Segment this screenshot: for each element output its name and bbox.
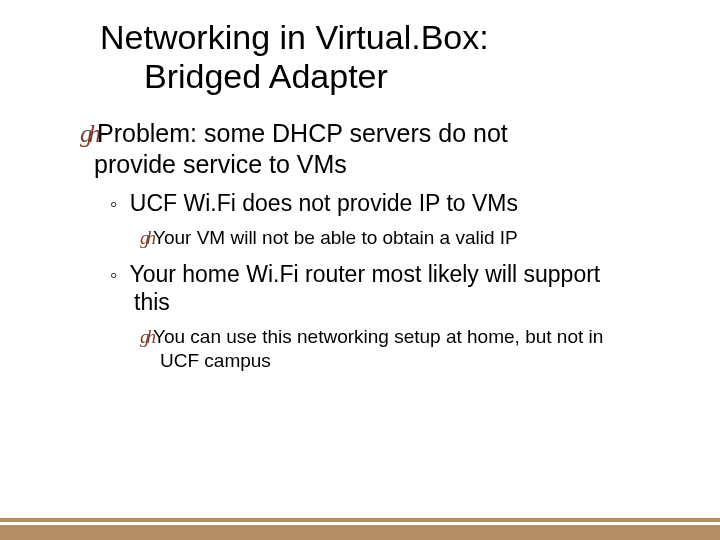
title-line-2: Bridged Adapter — [144, 57, 680, 96]
p4-text-b: this — [134, 288, 680, 317]
swirl-bullet-icon: gh — [140, 227, 153, 248]
brand-stripe-thick — [0, 525, 720, 540]
p5-text-a: You can use this networking setup at hom… — [153, 326, 603, 347]
slide-title: Networking in Virtual.Box: Bridged Adapt… — [100, 18, 680, 96]
slide: Networking in Virtual.Box: Bridged Adapt… — [0, 0, 720, 540]
p1-text-b: provide service to VMs — [94, 149, 680, 179]
p2-text: UCF Wi.Fi does not provide IP to VMs — [123, 190, 518, 216]
brand-stripe-footer — [0, 518, 720, 540]
bullet-level-1: ghProblem: some DHCP servers do not prov… — [80, 118, 680, 179]
p5-text-b: UCF campus — [160, 349, 680, 373]
bullet-level-3: ghYour VM will not be able to obtain a v… — [140, 226, 680, 250]
title-line-1: Networking in Virtual.Box: — [100, 18, 489, 56]
circle-bullet-icon: ◦ — [110, 263, 117, 286]
circle-bullet-icon: ◦ — [110, 192, 117, 215]
p3-text: Your VM will not be able to obtain a val… — [153, 227, 518, 248]
bullet-level-2: ◦ Your home Wi.Fi router most likely wil… — [110, 260, 680, 318]
swirl-bullet-icon: gh — [80, 120, 97, 147]
bullet-level-2: ◦ UCF Wi.Fi does not provide IP to VMs — [110, 189, 680, 218]
p1-text-a: Problem: some DHCP servers do not — [97, 119, 508, 147]
bullet-level-3: ghYou can use this networking setup at h… — [140, 325, 680, 373]
swirl-bullet-icon: gh — [140, 326, 153, 347]
p4-text-a: Your home Wi.Fi router most likely will … — [123, 261, 600, 287]
